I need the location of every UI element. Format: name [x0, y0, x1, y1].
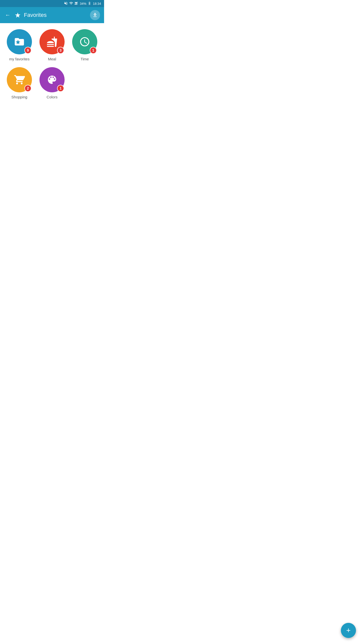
- category-time[interactable]: 1 Time: [70, 29, 99, 61]
- svg-rect-0: [75, 4, 75, 5]
- meal-label: Meal: [48, 57, 56, 61]
- my-favorites-badge: 9: [24, 47, 31, 54]
- time-badge: 1: [90, 47, 97, 54]
- shopping-cart-icon: [14, 74, 25, 85]
- category-colors[interactable]: 1 Colors: [38, 67, 66, 99]
- shopping-circle-wrapper: 2: [7, 67, 32, 92]
- shopping-label: Shopping: [11, 95, 27, 99]
- clock-icon: [79, 36, 90, 47]
- content-area: 9 my favorites 3 Meal: [0, 23, 104, 105]
- battery-percent: 34%: [80, 2, 86, 6]
- mute-icon: [64, 1, 68, 6]
- back-button[interactable]: ←: [4, 11, 12, 19]
- download-icon: [92, 12, 98, 18]
- shopping-badge: 2: [24, 85, 31, 92]
- my-favorites-circle-wrapper: 9: [7, 29, 32, 54]
- status-bar-right: 34% 18:34: [64, 1, 101, 6]
- battery-icon: [87, 1, 92, 6]
- category-meal[interactable]: 3 Meal: [38, 29, 66, 61]
- meal-icon: [47, 36, 58, 47]
- time-circle-wrapper: 1: [72, 29, 97, 54]
- wifi-icon: [69, 1, 73, 6]
- svg-rect-2: [76, 2, 77, 5]
- meal-badge: 3: [57, 47, 64, 54]
- download-button[interactable]: [90, 10, 100, 20]
- colors-circle-wrapper: 1: [39, 67, 65, 92]
- signal-icon: [74, 1, 78, 6]
- colors-label: Colors: [47, 95, 57, 99]
- colors-badge: 1: [57, 85, 64, 92]
- page-title: Favorites: [24, 12, 87, 18]
- time-label: Time: [81, 57, 89, 61]
- meal-circle-wrapper: 3: [39, 29, 65, 54]
- categories-grid: 9 my favorites 3 Meal: [5, 29, 99, 99]
- status-bar: 34% 18:34: [0, 0, 104, 7]
- category-shopping[interactable]: 2 Shopping: [5, 67, 34, 99]
- category-my-favorites[interactable]: 9 my favorites: [5, 29, 34, 61]
- palette-icon: [47, 74, 58, 85]
- my-favorites-label: my favorites: [9, 57, 30, 61]
- folder-star-icon: [14, 36, 25, 47]
- app-bar: ← ★ Favorites: [0, 7, 104, 23]
- favorites-star-icon: ★: [15, 11, 21, 19]
- time-display: 18:34: [93, 2, 101, 6]
- svg-rect-3: [77, 2, 78, 5]
- svg-rect-1: [76, 3, 76, 5]
